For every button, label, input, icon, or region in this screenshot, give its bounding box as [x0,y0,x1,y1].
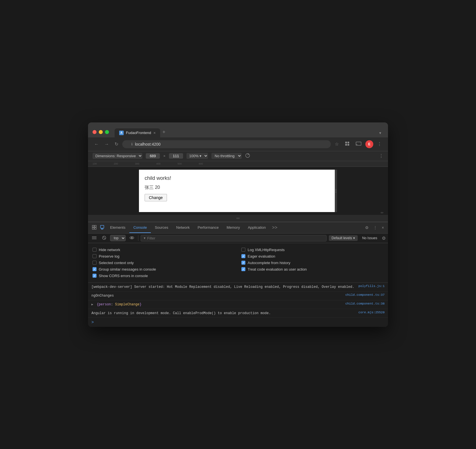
devtools-tabs: Elements Console Sources Network Perform… [88,222,388,234]
width-input[interactable]: 689 [146,153,160,159]
svg-rect-3 [348,144,349,146]
default-levels-button[interactable]: Default levels ▾ [329,235,358,241]
tab-close-button[interactable]: × [153,131,156,135]
cors-errors-checkbox[interactable] [93,274,97,278]
console-settings-button[interactable]: ⚙ [382,236,386,241]
selected-context-checkbox[interactable] [93,261,97,265]
maximize-button[interactable] [105,130,109,134]
device-toolbar-more[interactable]: ⋮ [379,153,383,159]
setting-hide-network[interactable]: Hide network [93,247,235,253]
refresh-button[interactable]: ↻ [113,140,120,148]
tab-application[interactable]: Application [244,223,270,233]
tab-sources[interactable]: Sources [151,223,172,233]
svg-rect-1 [348,142,349,143]
console-context-select[interactable]: top [110,235,126,241]
dimensions-select[interactable]: Dimensions: Responsive [93,153,142,159]
active-tab[interactable]: A FudaoFrontend × [115,128,160,137]
console-entry: Angular is running in development mode. … [88,309,388,318]
devtools-settings-button[interactable]: ⚙ [363,223,370,233]
settings-right: Log XMLHttpRequests Eager evaluation Aut… [241,247,383,279]
tab-bar: A FudaoFrontend × + ▾ [115,127,383,137]
setting-selected-context[interactable]: Selected context only [93,260,235,266]
nav-bar: ← → ↻ ℹ localhost:4200 ☆ E ⋮ [88,137,388,151]
console-sidebar-button[interactable] [90,235,98,241]
more-button[interactable]: ⋮ [376,140,383,148]
tab-console[interactable]: Console [129,223,151,233]
expand-arrow[interactable]: ▶ [91,303,93,306]
eager-eval-checkbox[interactable] [241,254,245,258]
device-mode-button[interactable] [98,222,106,233]
hide-network-checkbox[interactable] [93,248,97,252]
svg-rect-10 [95,228,96,229]
child-works-text: child works! [145,175,331,181]
clear-console-button[interactable] [100,235,108,242]
setting-treat-code[interactable]: Treat code evaluation as user action [241,266,383,273]
nav-actions: ☆ E ⋮ [333,140,383,149]
tab-elements[interactable]: Elements [106,223,129,233]
svg-rect-11 [100,225,104,228]
user-avatar[interactable]: E [365,140,373,148]
height-input[interactable]: 111 [169,153,183,159]
extensions-button[interactable] [343,140,352,149]
setting-group-similar[interactable]: Group similar messages in console [93,266,235,273]
console-entry: ngOnChanges child.component.ts:37 [88,292,388,300]
close-button[interactable] [93,130,97,134]
svg-point-19 [131,237,132,238]
eager-eval-label: Eager evaluation [248,254,275,258]
tab-memory[interactable]: Memory [223,223,244,233]
rotate-button[interactable] [245,153,250,159]
filter-text-input[interactable] [147,236,323,240]
devtools-actions: ⚙ ⋮ × [363,223,386,233]
bookmark-button[interactable]: ☆ [333,140,340,148]
back-button[interactable]: ← [93,141,100,148]
console-filter-input[interactable]: ▾ [141,235,327,241]
tab-dropdown-button[interactable]: ▾ [377,128,383,137]
setting-log-xhr[interactable]: Log XMLHttpRequests [241,247,383,253]
tab-network[interactable]: Network [172,223,194,233]
no-issues-button[interactable]: No Issues [360,235,379,241]
svg-line-17 [103,237,105,239]
minimize-button[interactable] [99,130,103,134]
svg-rect-8 [95,225,96,227]
security-icon: ℹ [131,142,133,146]
devtools-close-button[interactable]: × [380,223,386,233]
console-source-link[interactable]: core.mjs:25520 [359,311,385,314]
address-bar[interactable]: ℹ localhost:4200 [122,140,331,148]
title-bar: A FudaoFrontend × + ▾ [88,122,388,137]
inspect-element-button[interactable] [90,222,98,233]
setting-preserve-log[interactable]: Preserve log [93,253,235,260]
cast-button[interactable] [354,141,363,148]
treat-code-checkbox[interactable] [241,267,245,271]
svg-rect-0 [345,142,347,143]
group-similar-checkbox[interactable] [93,267,97,271]
setting-cors-errors[interactable]: Show CORS errors in console [93,273,235,279]
new-tab-button[interactable]: + [160,127,168,137]
change-button[interactable]: Change [145,194,167,201]
svg-rect-4 [356,142,361,145]
forward-button[interactable]: → [103,141,111,148]
console-prompt-input[interactable] [96,320,385,324]
console-source-link[interactable]: polyfills.js:1 [359,284,385,288]
console-output: [webpack-dev-server] Server started: Hot… [88,283,388,327]
resize-handle[interactable] [335,170,337,212]
throttle-select[interactable]: No throttling [211,153,242,159]
settings-left: Hide network Preserve log Selected conte… [93,247,235,279]
cors-errors-label: Show CORS errors in console [99,274,148,278]
selected-context-label: Selected context only [99,261,134,265]
devtools-more-button[interactable]: ⋮ [372,223,379,233]
console-source-link[interactable]: child.component.ts:38 [345,302,385,305]
autocomplete-checkbox[interactable] [241,261,245,265]
viewport: child works! 张三 20 Change [139,170,337,212]
tab-performance[interactable]: Performance [194,223,222,233]
console-prompt: > [88,318,388,327]
zoom-select[interactable]: 100% ▾ [186,153,208,159]
setting-autocomplete[interactable]: Autocomplete from history [241,260,383,266]
panel-drag-handle[interactable]: ═ ✏ [88,215,388,222]
console-eye-button[interactable] [128,235,136,241]
log-xhr-checkbox[interactable] [241,248,245,252]
preserve-log-checkbox[interactable] [93,254,97,258]
setting-eager-eval[interactable]: Eager evaluation [241,253,383,260]
console-source-link[interactable]: child.component.ts:37 [345,293,385,297]
more-tabs-button[interactable]: >> [270,222,280,233]
console-toolbar: top ▾ Default levels ▾ No Issues ⚙ [88,234,388,243]
